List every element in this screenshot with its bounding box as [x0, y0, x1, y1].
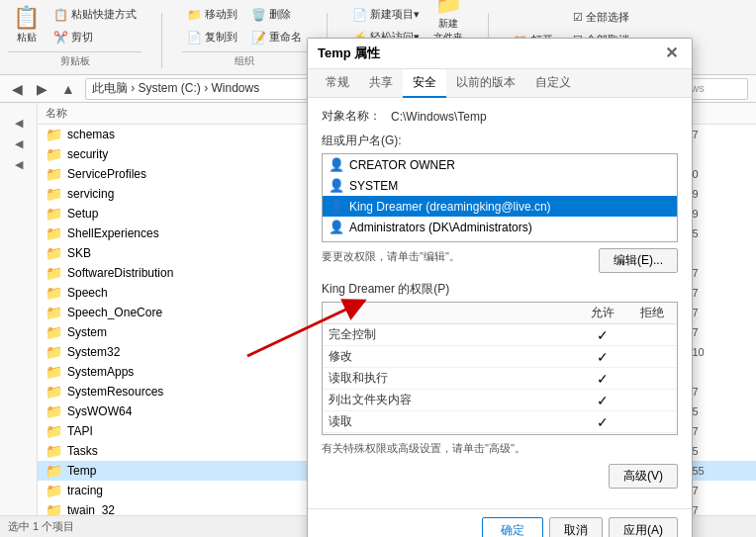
folder-icon: 📁 [46, 423, 62, 439]
user-icon: 👤 [329, 157, 344, 172]
perm-section-label: King Dreamer 的权限(P) [322, 281, 678, 298]
dialog-tabs: 常规 共享 安全 以前的版本 自定义 [308, 69, 692, 98]
move-to-icon: 📁 [187, 8, 202, 22]
tab-security[interactable]: 安全 [403, 69, 446, 98]
perm-row: 写入 ✓ [323, 433, 677, 436]
folder-icon: 📁 [46, 483, 62, 498]
move-to-button[interactable]: 📁 移动到 [182, 4, 242, 25]
folder-icon: 📁 [46, 403, 62, 419]
user-item[interactable]: 👤 CREATOR OWNER [323, 154, 677, 175]
back-button[interactable]: ◀ [8, 80, 27, 98]
user-item[interactable]: 👤 King Dreamer (dreamingking@live.cn) [323, 196, 677, 217]
user-name: Administrators (DK\Administrators) [349, 221, 532, 234]
rename-button[interactable]: 📝 重命名 [246, 27, 307, 47]
user-icon: 👤 [329, 178, 344, 193]
sidebar-pin-area: ◀ ◀ ◀ [0, 103, 38, 515]
perm-deny [627, 324, 677, 346]
user-icon: 👤 [329, 199, 344, 214]
copy-to-icon: 📄 [187, 31, 202, 45]
forward-button[interactable]: ▶ [33, 80, 51, 98]
dialog-titlebar: Temp 属性 ✕ [308, 39, 692, 69]
perm-row: 读取和执行 ✓ [323, 368, 677, 390]
folder-icon: 📁 [46, 305, 62, 320]
delete-icon: 🗑️ [251, 8, 266, 22]
user-list-items: 👤 CREATOR OWNER 👤 SYSTEM 👤 King Dreamer … [323, 154, 677, 237]
object-name-value: C:\Windows\Temp [391, 110, 678, 124]
delete-button[interactable]: 🗑️ 删除 [246, 4, 307, 25]
tab-general[interactable]: 常规 [316, 69, 359, 98]
sidebar-pin-1[interactable]: ◀ [15, 117, 23, 130]
folder-icon: 📁 [46, 502, 62, 515]
folder-icon: 📁 [46, 166, 62, 182]
object-name-row: 对象名称： C:\Windows\Temp [322, 108, 678, 125]
select-all-button[interactable]: ☑ 全部选择 [568, 7, 634, 28]
perm-allow: ✓ [578, 390, 627, 411]
folder-icon: 📁 [46, 324, 62, 340]
new-item-button[interactable]: 📄 新建项目▾ [347, 4, 425, 25]
perm-row: 修改 ✓ [323, 346, 677, 368]
ok-button[interactable]: 确定 [482, 517, 543, 537]
paste-button[interactable]: 📋 粘贴 [8, 4, 45, 47]
copy-to-button[interactable]: 📄 复制到 [182, 27, 242, 47]
advanced-btn-row: 高级(V) [322, 464, 678, 489]
cut-button[interactable]: ✂️ 剪切 [48, 27, 142, 47]
perm-name: 修改 [323, 346, 578, 368]
sidebar-pin-3[interactable]: ◀ [15, 158, 23, 171]
perm-allow: ✓ [578, 433, 627, 436]
user-item[interactable]: 👤 Administrators (DK\Administrators) [323, 217, 677, 237]
cut-icon: ✂️ [53, 31, 68, 45]
folder-icon: 📁 [46, 225, 62, 241]
new-folder-icon: 📁 [435, 0, 462, 15]
folder-icon: 📁 [46, 186, 62, 202]
up-button[interactable]: ▲ [57, 80, 79, 98]
advanced-button[interactable]: 高级(V) [609, 464, 678, 489]
cancel-button[interactable]: 取消 [549, 517, 603, 537]
folder-icon: 📁 [46, 463, 62, 479]
object-name-label: 对象名称： [322, 108, 391, 125]
paste-shortcut-button[interactable]: 📋 粘贴快捷方式 [48, 4, 142, 25]
perm-name: 读取 [323, 411, 578, 433]
folder-icon: 📁 [46, 245, 62, 261]
dialog-footer: 确定 取消 应用(A) [308, 508, 692, 537]
perm-deny [627, 390, 677, 411]
permissions-table: 允许 拒绝 完全控制 ✓ 修改 ✓ 读取和执行 ✓ 列出文件夹内容 ✓ 读取 ✓ [322, 302, 678, 435]
rename-icon: 📝 [251, 31, 266, 45]
apply-button[interactable]: 应用(A) [609, 517, 678, 537]
folder-icon: 📁 [46, 364, 62, 380]
ribbon-group-clipboard: 📋 粘贴 📋 粘贴快捷方式 ✂️ 剪切 剪贴板 [8, 4, 142, 68]
special-hint: 有关特殊权限或高级设置，请单击"高级"。 [322, 441, 678, 456]
change-perm-hint: 要更改权限，请单击"编辑"。 [322, 249, 460, 264]
perm-allow: ✓ [578, 411, 627, 433]
tab-share[interactable]: 共享 [359, 69, 403, 98]
perm-name: 写入 [323, 433, 578, 436]
perm-deny [627, 433, 677, 436]
tab-previous[interactable]: 以前的版本 [446, 69, 525, 98]
tab-custom[interactable]: 自定义 [525, 69, 581, 98]
folder-icon: 📁 [46, 265, 62, 281]
perm-col-allow: 允许 [578, 303, 627, 324]
address-text: 此电脑 › System (C:) › Windows [92, 80, 259, 97]
folder-icon: 📁 [46, 127, 62, 142]
folder-icon: 📁 [46, 443, 62, 459]
group-label: 组或用户名(G): [322, 133, 678, 149]
paste-shortcut-icon: 📋 [53, 8, 68, 22]
properties-dialog: Temp 属性 ✕ 常规 共享 安全 以前的版本 自定义 对象名称： C:\Wi… [307, 38, 693, 537]
perm-deny [627, 346, 677, 368]
user-name: SYSTEM [349, 179, 398, 193]
perm-row: 读取 ✓ [323, 411, 677, 433]
folder-icon: 📁 [46, 285, 62, 301]
user-item[interactable]: 👤 SYSTEM [323, 175, 677, 196]
perm-name: 读取和执行 [323, 368, 578, 390]
sidebar-pin-2[interactable]: ◀ [15, 137, 23, 150]
user-list[interactable]: 👤 CREATOR OWNER 👤 SYSTEM 👤 King Dreamer … [322, 153, 678, 242]
perm-rows: 完全控制 ✓ 修改 ✓ 读取和执行 ✓ 列出文件夹内容 ✓ 读取 ✓ 写入 ✓ [323, 324, 677, 436]
perm-name: 列出文件夹内容 [323, 390, 578, 411]
perm-allow: ✓ [578, 368, 627, 390]
perm-deny [627, 411, 677, 433]
permissions-table-inner: 允许 拒绝 完全控制 ✓ 修改 ✓ 读取和执行 ✓ 列出文件夹内容 ✓ 读取 ✓ [323, 303, 677, 435]
edit-permission-button[interactable]: 编辑(E)... [599, 248, 678, 273]
perm-deny [627, 368, 677, 390]
dialog-close-button[interactable]: ✕ [661, 45, 682, 61]
perm-row: 列出文件夹内容 ✓ [323, 390, 677, 411]
ribbon-group-organize: 📁 移动到 📄 复制到 🗑️ 删除 📝 重命名 [182, 4, 307, 68]
